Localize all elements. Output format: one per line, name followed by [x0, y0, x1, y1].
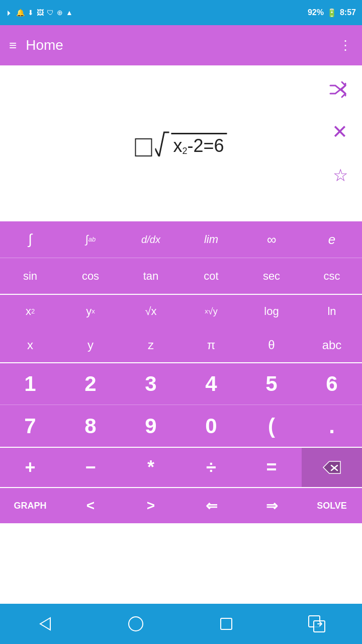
key-less-than[interactable]: <	[60, 488, 121, 523]
shuffle-icon[interactable]	[328, 79, 348, 103]
time-text: 8:57	[340, 8, 356, 17]
trig-row: sin cos tan cot sec csc	[0, 258, 362, 294]
func-row: ∫ ∫ab d/dx lim ∞ e	[0, 221, 362, 258]
act-row: GRAPH < > ⇐ ⇒ SOLVE	[0, 487, 362, 523]
download-icon: ⬇	[28, 9, 34, 17]
display-area: x2-2=6 ✕ ☆	[0, 65, 362, 221]
image-icon: 🖼	[37, 9, 44, 17]
app-bar: ≡ Home ⋮	[0, 25, 362, 65]
key-pi[interactable]: π	[181, 328, 241, 362]
key-equals[interactable]: =	[241, 448, 302, 487]
key-greater-than[interactable]: >	[121, 488, 181, 523]
key-log[interactable]: log	[241, 295, 302, 328]
nav-recent-button[interactable]	[181, 616, 272, 631]
key-6[interactable]: 6	[302, 363, 362, 405]
keyboard: ∫ ∫ab d/dx lim ∞ e sin cos tan cot sec c…	[0, 221, 362, 523]
key-abc[interactable]: abc	[302, 328, 362, 362]
key-8[interactable]: 8	[60, 405, 121, 447]
close-icon[interactable]: ✕	[332, 121, 348, 143]
key-sec[interactable]: sec	[241, 258, 302, 294]
status-right: 92% 🔋 8:57	[308, 8, 356, 18]
input-box[interactable]	[135, 138, 152, 156]
key-nth-root[interactable]: x√y	[181, 295, 241, 328]
key-yx[interactable]: yx	[60, 295, 121, 328]
key-tan[interactable]: tan	[121, 258, 181, 294]
svg-rect-4	[221, 618, 232, 629]
key-5[interactable]: 5	[241, 363, 302, 405]
key-csc[interactable]: csc	[302, 258, 362, 294]
key-4[interactable]: 4	[181, 363, 241, 405]
key-graph[interactable]: GRAPH	[0, 488, 60, 523]
shield-icon: 🛡	[47, 9, 54, 17]
notification-icon: 🔔	[16, 9, 25, 17]
key-backspace[interactable]	[302, 448, 362, 487]
nav-back-button[interactable]	[0, 615, 90, 633]
key-euler[interactable]: e	[302, 221, 362, 258]
key-ln[interactable]: ln	[302, 295, 362, 328]
bottom-nav	[0, 604, 362, 644]
var-row: x y z π θ abc	[0, 328, 362, 362]
key-xsquared[interactable]: x2	[0, 295, 60, 328]
key-minus[interactable]: −	[60, 448, 121, 487]
nav-home-button[interactable]	[90, 615, 181, 632]
math-expression[interactable]: x2-2=6	[135, 130, 227, 156]
key-theta[interactable]: θ	[241, 328, 302, 362]
num-row-2: 7 8 9 0 ( .	[0, 405, 362, 447]
status-bar: ⏵ 🔔 ⬇ 🖼 🛡 ⊕ ▲ 92% 🔋 8:57	[0, 0, 362, 25]
sqrt-symbol	[155, 130, 170, 156]
key-cursor-right[interactable]: ⇒	[241, 488, 302, 523]
key-multiply[interactable]: *	[121, 448, 181, 487]
key-z[interactable]: z	[121, 328, 181, 362]
key-definite-integral[interactable]: ∫ab	[60, 221, 121, 258]
key-cursor-left[interactable]: ⇐	[181, 488, 241, 523]
svg-rect-6	[314, 621, 325, 632]
hamburger-icon[interactable]: ≡	[9, 38, 17, 53]
more-options-icon[interactable]: ⋮	[339, 38, 353, 53]
key-x[interactable]: x	[0, 328, 60, 362]
key-0[interactable]: 0	[181, 405, 241, 447]
key-solve[interactable]: SOLVE	[302, 488, 362, 523]
key-open-paren[interactable]: (	[241, 405, 302, 447]
nav-switch-button[interactable]	[272, 615, 362, 633]
key-cot[interactable]: cot	[181, 258, 241, 294]
key-7[interactable]: 7	[0, 405, 60, 447]
svg-point-3	[129, 617, 143, 631]
key-integral[interactable]: ∫	[0, 221, 60, 258]
key-sqrt[interactable]: √x	[121, 295, 181, 328]
key-3[interactable]: 3	[121, 363, 181, 405]
sqrt-content: x2-2=6	[171, 133, 227, 156]
key-plus[interactable]: +	[0, 448, 60, 487]
battery-icon: 🔋	[327, 8, 337, 18]
op-row: + − * ÷ =	[0, 447, 362, 487]
num-row-1: 1 2 3 4 5 6	[0, 362, 362, 405]
signal-icon: ▲	[66, 9, 73, 17]
battery-text: 92%	[308, 8, 324, 17]
favorite-star-icon[interactable]: ☆	[333, 165, 348, 185]
pow-row: x2 yx √x x√y log ln	[0, 294, 362, 328]
play-icon: ⏵	[6, 9, 13, 17]
status-left: ⏵ 🔔 ⬇ 🖼 🛡 ⊕ ▲	[6, 9, 73, 17]
key-1[interactable]: 1	[0, 363, 60, 405]
key-dot[interactable]: .	[302, 405, 362, 447]
key-derivative[interactable]: d/dx	[121, 221, 181, 258]
wifi-icon: ⊕	[57, 9, 63, 17]
key-divide[interactable]: ÷	[181, 448, 241, 487]
key-2[interactable]: 2	[60, 363, 121, 405]
key-infinity[interactable]: ∞	[241, 221, 302, 258]
app-title: Home	[26, 37, 339, 53]
key-cos[interactable]: cos	[60, 258, 121, 294]
svg-marker-2	[40, 618, 50, 630]
key-sin[interactable]: sin	[0, 258, 60, 294]
key-9[interactable]: 9	[121, 405, 181, 447]
key-limit[interactable]: lim	[181, 221, 241, 258]
key-y[interactable]: y	[60, 328, 121, 362]
